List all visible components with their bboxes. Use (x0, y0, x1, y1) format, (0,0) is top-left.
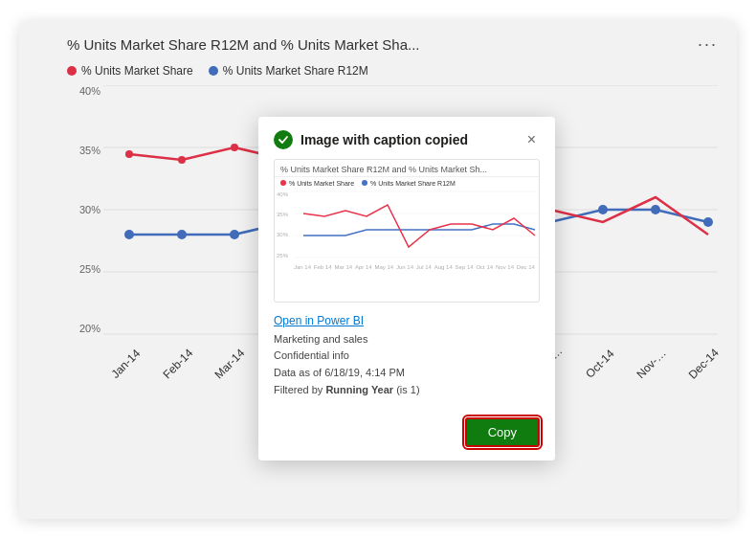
preview-y-40: 40% (277, 191, 288, 197)
info-line-4: Filtered by Running Year (is 1) (274, 382, 540, 399)
main-card: % Units Market Share R12M and % Units Ma… (19, 21, 737, 519)
preview-chart-title: % Units Market Share R12M and % Units Ma… (275, 160, 539, 177)
preview-y-30: 30% (277, 232, 288, 237)
preview-legend-label-red: % Units Market Share (289, 180, 354, 187)
preview-dot-red (280, 180, 286, 186)
preview-dot-blue (362, 180, 367, 186)
preview-legend: % Units Market Share % Units Market Shar… (275, 177, 539, 190)
info-text: Marketing and sales Confidential info Da… (274, 331, 540, 398)
info-line-1: Marketing and sales (274, 331, 540, 348)
modal-preview: % Units Market Share R12M and % Units Ma… (274, 159, 540, 303)
preview-chart-svg (294, 191, 535, 258)
preview-legend-blue: % Units Market Share R12M (362, 180, 456, 187)
success-icon (274, 130, 293, 149)
preview-chart-container: 40% 35% 30% 25% (294, 191, 535, 268)
info-line-3: Data as of 6/18/19, 4:14 PM (274, 365, 540, 382)
modal-footer: Copy (258, 410, 555, 460)
modal-dialog: Image with caption copied × % Units Mark… (258, 117, 555, 460)
preview-x-labels: Jan 14 Feb 14 Mar 14 Apr 14 May 14 Jun 1… (294, 264, 535, 270)
preview-y-25: 25% (277, 253, 288, 258)
modal-header-left: Image with caption copied (274, 130, 468, 149)
modal-info: Open in Power BI Marketing and sales Con… (258, 314, 555, 410)
filter-bold: Running Year (325, 384, 393, 395)
preview-legend-label-blue: % Units Market Share R12M (370, 180, 456, 187)
modal-header: Image with caption copied × (258, 117, 555, 159)
copy-button[interactable]: Copy (465, 417, 540, 447)
modal-title: Image with caption copied (300, 132, 468, 147)
open-powerbi-link[interactable]: Open in Power BI (274, 314, 540, 327)
close-button[interactable]: × (523, 130, 540, 149)
info-line-2: Confidential info (274, 348, 540, 365)
modal-overlay: Image with caption copied × % Units Mark… (19, 21, 737, 519)
preview-y-35: 35% (277, 212, 288, 217)
preview-legend-red: % Units Market Share (280, 180, 354, 187)
preview-y-labels: 40% 35% 30% 25% (277, 191, 288, 258)
